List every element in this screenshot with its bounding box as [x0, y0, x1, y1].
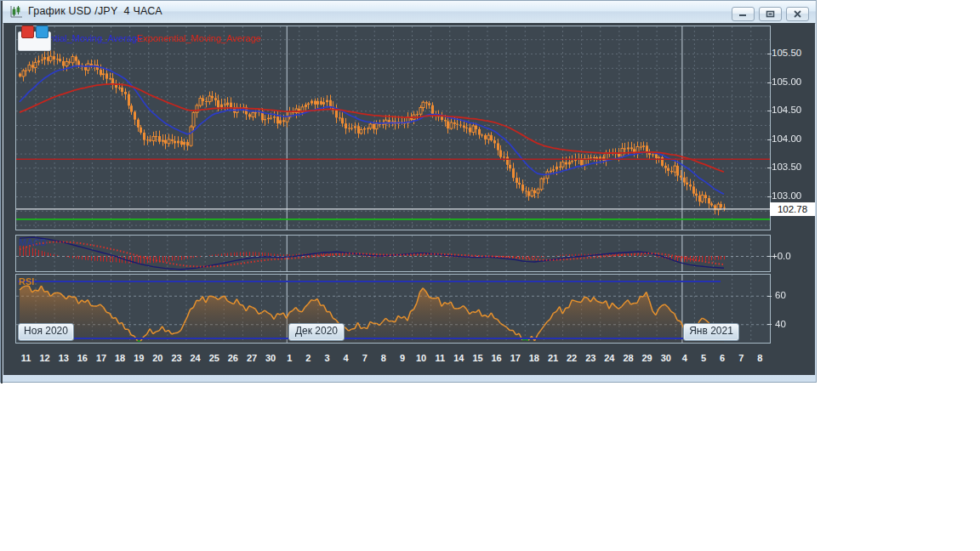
price-axis-tick [767, 168, 772, 168]
restore-icon [766, 10, 775, 18]
time-axis-label: 18 [111, 353, 129, 363]
time-axis-label: 10 [412, 353, 430, 363]
time-axis-label: 23 [581, 353, 600, 363]
time-axis-label: 12 [36, 353, 54, 363]
price-axis-label: 104.00 [772, 133, 801, 144]
legend-ma-red-label: Exponential_Moving_Average [137, 33, 261, 43]
time-axis-label: 3 [318, 353, 337, 363]
time-axis-label: 8 [374, 353, 393, 363]
price-axis-label: 105.50 [772, 48, 801, 58]
time-axis-label: 4 [337, 353, 356, 363]
time-axis-label: 17 [506, 353, 525, 363]
price-axis-tick [767, 111, 772, 111]
time-axis-label: 22 [562, 353, 581, 363]
price-axis-label: 103.00 [772, 190, 801, 201]
time-axis-label: 21 [544, 353, 562, 363]
price-axis-label: 104.50 [772, 105, 801, 115]
macd-axis-tick [767, 256, 772, 257]
rsi-panel-canvas[interactable] [15, 274, 771, 344]
price-axis-tick [767, 54, 772, 54]
time-axis-label: 20 [148, 353, 167, 363]
close-button[interactable] [786, 7, 809, 21]
window-title: График USD /JPY 4 ЧАСА [28, 5, 162, 17]
minimize-button[interactable] [732, 7, 755, 21]
time-axis-label: 7 [732, 353, 750, 363]
time-axis-label: 28 [619, 353, 638, 363]
price-axis-tick [767, 82, 772, 83]
time-axis-label: 29 [638, 353, 657, 363]
time-axis-label: 18 [525, 353, 544, 363]
time-axis-label: 11 [17, 353, 36, 363]
macd-panel-label: MACD [19, 237, 47, 247]
date-box-jan: Янв 2021 [683, 323, 739, 341]
current-price-box: 102.78 [770, 202, 815, 216]
blue-swatch-button[interactable] [36, 26, 48, 38]
time-axis-label: 11 [430, 353, 449, 363]
time-axis-label: 24 [600, 353, 618, 363]
price-axis-tick [767, 139, 772, 140]
time-axis-label: 19 [129, 353, 148, 363]
restore-button[interactable] [759, 7, 782, 21]
time-axis-label: 9 [393, 353, 412, 363]
time-axis-label: 5 [694, 353, 713, 363]
time-axis-label: 7 [356, 353, 374, 363]
time-axis-label: 15 [469, 353, 487, 363]
date-box-nov: Ноя 2020 [18, 323, 74, 341]
minimize-icon [738, 10, 748, 18]
titlebar[interactable]: График USD /JPY 4 ЧАСА [3, 1, 816, 24]
time-axis-label: 24 [186, 353, 205, 363]
time-axis-label: 16 [73, 353, 92, 363]
time-axis-label: 16 [487, 353, 506, 363]
time-axis-label: 30 [657, 353, 675, 363]
time-axis-label: 27 [242, 353, 261, 363]
time-axis-label: 30 [261, 353, 280, 363]
price-axis-tick [767, 196, 772, 197]
time-axis-label: 23 [168, 353, 186, 363]
time-axis-label: 17 [92, 353, 111, 363]
date-box-dec: Дек 2020 [288, 323, 345, 341]
chart-window: График USD /JPY 4 ЧАСА Exponential_Movin… [0, 0, 817, 383]
window-left-edge [1, 1, 3, 383]
close-icon [793, 10, 802, 18]
time-axis-label: 25 [205, 353, 224, 363]
rsi-axis-tick [767, 296, 772, 297]
red-swatch-button[interactable] [21, 26, 34, 38]
macd-panel-canvas[interactable] [15, 235, 771, 272]
price-axis-label: 105.00 [772, 77, 801, 87]
main-chart-canvas[interactable] [15, 26, 771, 230]
rsi-level-40-label: 40 [775, 319, 786, 329]
price-axis-label: 103.50 [772, 162, 801, 172]
time-axis-label: 2 [299, 353, 317, 363]
time-axis-label: 13 [54, 353, 73, 363]
time-axis-label: 8 [750, 353, 769, 363]
rsi-axis-tick [767, 324, 772, 325]
time-axis-label: 1 [280, 353, 299, 363]
candlestick-chart-icon [9, 5, 24, 19]
chart-client-area: Exponential_Moving_Average Exponential_M… [3, 23, 815, 375]
rsi-level-60-label: 60 [775, 290, 786, 300]
rsi-panel-label: RSI [19, 276, 34, 287]
time-axis-label: 26 [224, 353, 242, 363]
macd-axis-value: +0.0 [772, 251, 791, 261]
time-axis-label: 4 [675, 353, 694, 363]
time-axis-label: 6 [713, 353, 732, 363]
time-axis-label: 14 [449, 353, 468, 363]
